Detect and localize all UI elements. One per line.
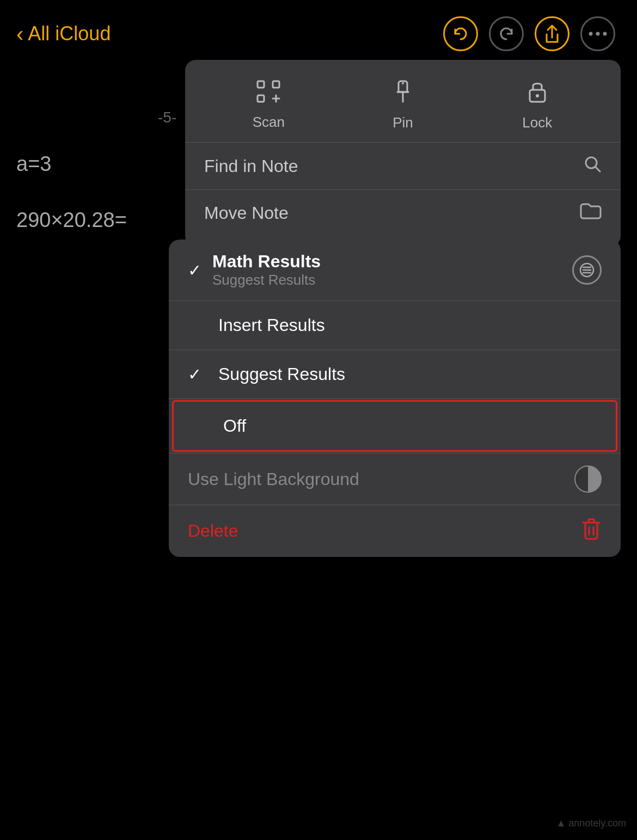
math-results-check-icon: ✓	[188, 261, 201, 280]
lock-icon	[528, 79, 547, 109]
math-results-panel: ✓ Math Results Suggest Results Insert Re…	[169, 240, 621, 557]
lock-menu-item[interactable]: Lock	[470, 79, 604, 131]
move-note-label: Move Note	[204, 203, 289, 223]
svg-point-6	[402, 82, 404, 84]
scan-label: Scan	[253, 114, 285, 131]
trash-icon	[581, 517, 602, 545]
undo-icon	[451, 24, 470, 44]
search-icon	[583, 155, 602, 177]
math-results-text: Math Results Suggest Results	[212, 252, 321, 289]
scan-icon	[256, 79, 281, 108]
svg-point-0	[589, 32, 593, 36]
lock-label: Lock	[522, 114, 552, 131]
note-line-2: 290×20.28=	[16, 209, 127, 232]
undo-button[interactable]	[443, 16, 478, 51]
note-line-1: a=3	[16, 152, 127, 176]
use-light-background-row[interactable]: Use Light Background	[169, 453, 621, 505]
find-in-note-label: Find in Note	[204, 156, 298, 176]
delete-row[interactable]: Delete	[169, 505, 621, 557]
insert-results-row[interactable]: Insert Results	[169, 301, 621, 350]
back-label: All iCloud	[28, 22, 111, 45]
off-label: Off	[223, 416, 246, 436]
suggest-results-row[interactable]: ✓ Suggest Results	[169, 350, 621, 399]
math-results-left: ✓ Math Results Suggest Results	[188, 252, 321, 289]
more-icon	[588, 31, 608, 36]
math-results-header[interactable]: ✓ Math Results Suggest Results	[169, 240, 621, 301]
pin-label: Pin	[393, 114, 413, 131]
note-content: a=3 290×20.28=	[16, 152, 127, 265]
toggle-icon[interactable]	[574, 465, 602, 493]
svg-point-8	[536, 94, 539, 97]
svg-rect-4	[273, 81, 279, 88]
menu-top-row: Scan Pin Lock	[185, 71, 621, 143]
back-chevron-icon: ‹	[16, 23, 23, 45]
move-note-row[interactable]: Move Note	[185, 190, 621, 236]
note-ruler: -5-	[158, 109, 176, 126]
share-icon	[542, 22, 562, 45]
redo-icon	[497, 24, 516, 44]
nav-bar: ‹ All iCloud	[0, 0, 637, 62]
pin-menu-item[interactable]: Pin	[336, 79, 470, 131]
suggest-results-label: Suggest Results	[218, 364, 345, 384]
math-results-options-icon[interactable]	[572, 255, 602, 285]
svg-rect-3	[258, 81, 264, 88]
share-button[interactable]	[535, 16, 569, 51]
math-results-subtitle: Suggest Results	[212, 272, 321, 289]
insert-results-label: Insert Results	[218, 315, 325, 335]
more-button[interactable]	[580, 16, 615, 51]
suggest-check-icon: ✓	[188, 365, 207, 384]
svg-rect-5	[258, 95, 264, 102]
scan-menu-item[interactable]: Scan	[201, 79, 336, 131]
back-button[interactable]: ‹ All iCloud	[16, 22, 111, 45]
svg-point-2	[603, 32, 607, 36]
nav-actions	[443, 16, 615, 51]
off-row[interactable]: Off	[172, 400, 617, 452]
watermark: ▲ annotely.com	[556, 818, 626, 829]
pin-icon	[393, 79, 413, 109]
light-bg-label: Use Light Background	[188, 469, 359, 489]
math-results-title: Math Results	[212, 252, 321, 272]
upper-menu-panel: Scan Pin Lock	[185, 60, 621, 247]
folder-icon	[580, 202, 602, 224]
find-in-note-row[interactable]: Find in Note	[185, 143, 621, 190]
delete-label: Delete	[188, 521, 238, 541]
redo-button[interactable]	[489, 16, 524, 51]
svg-point-1	[596, 32, 600, 36]
